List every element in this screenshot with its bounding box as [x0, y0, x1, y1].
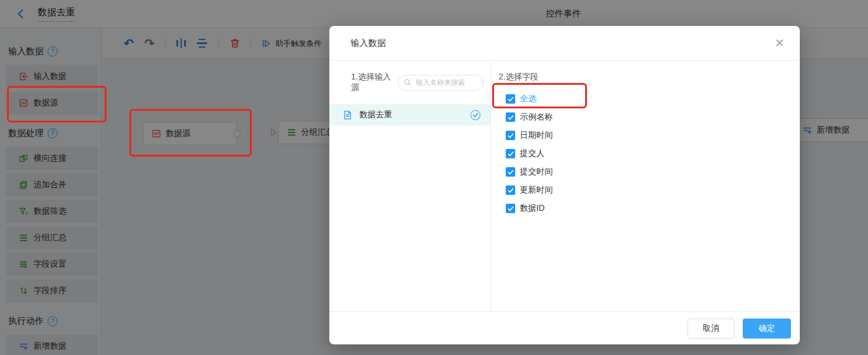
- source-item-dedup[interactable]: 数据去重: [329, 104, 490, 125]
- checkbox-checked[interactable]: [506, 131, 515, 140]
- field-label: 数据ID: [520, 203, 545, 214]
- checkbox-checked[interactable]: [506, 204, 515, 213]
- field-label: 提交人: [520, 148, 545, 159]
- field-row: 提交人: [506, 148, 800, 159]
- field-label: 提交时间: [520, 167, 553, 177]
- field-row: 更新时间: [506, 185, 800, 195]
- source-panel: 1.选择输入源 数据去重: [329, 61, 491, 311]
- field-panel: 2.选择字段 全选 示例名称 日期时间: [491, 61, 800, 311]
- file-icon: [343, 110, 352, 120]
- field-row: 提交时间: [506, 167, 800, 177]
- field-label: 日期时间: [520, 130, 553, 141]
- source-item-label: 数据去重: [359, 110, 392, 120]
- field-row-select-all: 全选: [506, 94, 800, 104]
- field-row: 数据ID: [506, 203, 800, 214]
- checkbox-checked[interactable]: [506, 149, 515, 158]
- source-search-input[interactable]: [415, 78, 478, 87]
- input-data-modal: 输入数据 ✕ 1.选择输入源 数: [329, 26, 800, 344]
- modal-footer: 取消 确定: [329, 311, 800, 344]
- confirm-button[interactable]: 确定: [743, 318, 791, 339]
- field-label: 更新时间: [520, 185, 553, 195]
- modal-header: 输入数据 ✕: [329, 26, 800, 61]
- modal-body: 1.选择输入源 数据去重: [329, 61, 800, 311]
- search-icon: [403, 78, 412, 87]
- checkbox-checked[interactable]: [506, 94, 515, 104]
- step2-label: 2.选择字段: [499, 72, 800, 82]
- screen: 数据去重 控件事件 输入数据 ? 输入数据 数据源 数据处理 ?: [0, 0, 868, 355]
- field-label: 示例名称: [520, 112, 553, 122]
- modal-title: 输入数据: [350, 38, 386, 49]
- field-row: 日期时间: [506, 130, 800, 141]
- field-label-select-all[interactable]: 全选: [520, 94, 536, 104]
- checkbox-checked[interactable]: [506, 167, 515, 177]
- checkbox-checked[interactable]: [506, 185, 515, 195]
- cancel-button[interactable]: 取消: [687, 318, 735, 339]
- step1-label: 1.选择输入源: [351, 72, 398, 93]
- source-search[interactable]: [398, 75, 483, 91]
- selected-check-icon: [470, 110, 481, 121]
- close-icon[interactable]: ✕: [774, 37, 784, 49]
- checkbox-checked[interactable]: [506, 112, 515, 122]
- field-row: 示例名称: [506, 112, 800, 122]
- field-list: 全选 示例名称 日期时间 提交人: [506, 94, 800, 214]
